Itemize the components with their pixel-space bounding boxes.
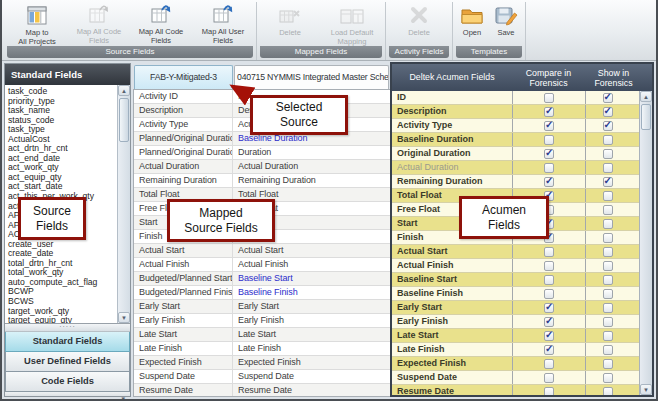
show-in-forensics-checkbox[interactable] (603, 317, 613, 327)
source-field-cell[interactable]: Expected Finish (134, 356, 233, 369)
source-field-cell[interactable]: Suspend Date (134, 370, 233, 383)
compare-in-forensics-checkbox[interactable] (544, 261, 554, 271)
mapped-source-field-cell[interactable]: Early Finish (233, 314, 390, 327)
pane-splitter[interactable]: ····· (5, 324, 130, 332)
show-in-forensics-checkbox[interactable] (603, 275, 613, 285)
field-list-item[interactable]: target_equip_qty (8, 316, 117, 323)
acumen-field-row: Remaining Duration✓✓ (392, 175, 639, 189)
show-in-forensics-checkbox[interactable] (603, 373, 613, 383)
mapped-source-field-cell[interactable]: Suspend Date (233, 370, 390, 383)
show-in-forensics-checkbox[interactable] (603, 289, 613, 299)
source-field-cell[interactable]: Description (134, 104, 233, 117)
source-field-cell[interactable]: Actual Finish (134, 258, 233, 271)
compare-in-forensics-checkbox[interactable] (544, 93, 554, 103)
sidebar-nav-user-defined-fields[interactable]: User Defined Fields (5, 352, 130, 372)
source-tab-nymmis-schedule[interactable]: 040715 NYMMIS Integrated Master Schedule (234, 65, 389, 89)
mapped-source-field-cell[interactable]: Baseline Start (233, 272, 390, 285)
compare-in-forensics-checkbox[interactable]: ✓ (544, 121, 554, 131)
source-field-cell[interactable]: Planned/Original Duration (134, 146, 233, 159)
mapping-row: Actual StartActual Start (134, 244, 390, 258)
source-field-cell[interactable]: Planned/Original Duration (134, 132, 233, 145)
map-all-code-fields-for-all-projects-button[interactable]: Map All Code Fields for All Projects (130, 2, 192, 46)
show-in-forensics-checkbox[interactable] (603, 387, 613, 396)
compare-in-forensics-checkbox[interactable] (544, 135, 554, 145)
sidebar-header: Standard Fields (5, 64, 130, 85)
source-field-cell[interactable]: Early Start (134, 300, 233, 313)
show-in-forensics-checkbox[interactable]: ✓ (603, 177, 613, 187)
show-in-forensics-checkbox[interactable] (603, 261, 613, 271)
compare-in-forensics-checkbox[interactable]: ✓ (544, 303, 554, 313)
compare-in-forensics-checkbox[interactable] (544, 387, 554, 396)
check-icon: ✓ (545, 343, 553, 354)
show-in-forensics-checkbox[interactable] (603, 135, 613, 145)
show-in-forensics-checkbox[interactable] (603, 163, 613, 173)
compare-in-forensics-checkbox[interactable] (544, 163, 554, 173)
compare-in-forensics-checkbox[interactable] (544, 289, 554, 299)
source-field-cell[interactable]: Late Start (134, 328, 233, 341)
source-field-cell[interactable]: Early Finish (134, 314, 233, 327)
mapped-source-field-cell[interactable]: Expected Finish (233, 356, 390, 369)
show-in-forensics-checkbox[interactable] (603, 149, 613, 159)
source-field-cell[interactable]: Activity Type (134, 118, 233, 131)
scroll-down-icon[interactable]: ▼ (118, 312, 130, 323)
compare-in-forensics-checkbox[interactable] (544, 359, 554, 369)
show-in-forensics-checkbox[interactable] (603, 359, 613, 369)
scrollbar-thumb[interactable] (119, 98, 129, 142)
mapped-source-field-cell[interactable]: Late Start (233, 328, 390, 341)
source-tab-fab-y-mitigated-3[interactable]: FAB-Y-Mitigated-3 (134, 65, 233, 89)
mapped-source-field-cell[interactable]: Early Start (233, 300, 390, 313)
source-field-cell[interactable]: Remaining Duration (134, 174, 233, 187)
sidebar-scrollbar[interactable]: ▲ ▼ (117, 85, 130, 323)
source-field-cell[interactable]: Actual Start (134, 244, 233, 257)
compare-in-forensics-checkbox[interactable] (544, 275, 554, 285)
save-button[interactable]: Save (489, 2, 523, 46)
show-in-forensics-checkbox[interactable]: ✓ (603, 121, 613, 131)
mapped-source-field-cell[interactable]: Actual Duration (233, 160, 390, 173)
map-all-user-fields-for-all-projects-button[interactable]: Map All User Fields for All Projects (192, 2, 254, 46)
mapped-source-field-cell[interactable]: Actual Finish (233, 258, 390, 271)
compare-in-forensics-checkbox[interactable]: ✓ (544, 107, 554, 117)
mapped-source-field-cell[interactable]: Baseline Finish (233, 286, 390, 299)
show-in-forensics-checkbox[interactable]: ✓ (603, 107, 613, 117)
acumen-field-row: Baseline Start (392, 273, 639, 287)
source-field-cell[interactable]: Late Finish (134, 342, 233, 355)
scroll-up-icon[interactable]: ▲ (118, 85, 130, 96)
sidebar-nav-code-fields[interactable]: Code Fields (5, 372, 130, 392)
source-field-cell[interactable]: Budgeted/Planned Start (134, 272, 233, 285)
show-in-forensics-checkbox[interactable] (603, 303, 613, 313)
source-field-cell[interactable]: Resume Date (134, 384, 233, 397)
show-in-forensics-checkbox[interactable] (603, 191, 613, 201)
mapped-source-field-cell[interactable]: Actual Start (233, 244, 390, 257)
source-field-cell[interactable]: Actual Duration (134, 160, 233, 173)
mapped-source-field-cell[interactable]: Duration (233, 146, 390, 159)
show-in-forensics-checkbox[interactable] (603, 219, 613, 229)
source-field-cell[interactable]: Budgeted/Planned Finish (134, 286, 233, 299)
compare-in-forensics-checkbox[interactable] (544, 247, 554, 257)
show-in-forensics-checkbox[interactable] (603, 345, 613, 355)
sidebar-nav-standard-fields[interactable]: Standard Fields (5, 332, 130, 352)
map-to-all-projects-button[interactable]: Map to All Projects (6, 2, 68, 46)
mapped-source-field-cell[interactable]: Late Finish (233, 342, 390, 355)
open-button[interactable]: Open (455, 2, 489, 46)
show-in-forensics-checkbox[interactable]: ✓ (603, 93, 613, 103)
compare-in-forensics-checkbox[interactable]: ✓ (544, 149, 554, 159)
scroll-up-icon[interactable]: ▲ (640, 91, 652, 102)
compare-in-forensics-checkbox[interactable]: ✓ (544, 345, 554, 355)
compare-in-forensics-checkbox[interactable]: ✓ (544, 331, 554, 341)
compare-in-forensics-checkbox[interactable]: ✓ (544, 317, 554, 327)
source-field-cell[interactable]: Activity ID (134, 90, 233, 103)
compare-in-forensics-checkbox[interactable]: ✓ (544, 177, 554, 187)
compare-in-forensics-checkbox[interactable] (544, 373, 554, 383)
show-in-forensics-checkbox[interactable] (603, 247, 613, 257)
show-in-forensics-checkbox[interactable] (603, 205, 613, 215)
scrollbar-thumb[interactable] (641, 104, 651, 130)
scroll-down-icon[interactable]: ▼ (640, 384, 652, 395)
show-in-forensics-checkbox[interactable] (603, 331, 613, 341)
mapping-row: Planned/Original DurationDuration (134, 146, 390, 160)
acumen-panel-scrollbar[interactable]: ▲ ▼ (639, 91, 652, 395)
show-in-forensics-checkbox[interactable] (603, 233, 613, 243)
mapped-source-field-cell[interactable]: Remaining Duration (233, 174, 390, 187)
mapped-source-field-cell[interactable]: Resume Date (233, 384, 390, 397)
check-icon: ✓ (604, 91, 612, 102)
nav-pane-options-chevron-icon[interactable]: ▾ (121, 395, 125, 401)
